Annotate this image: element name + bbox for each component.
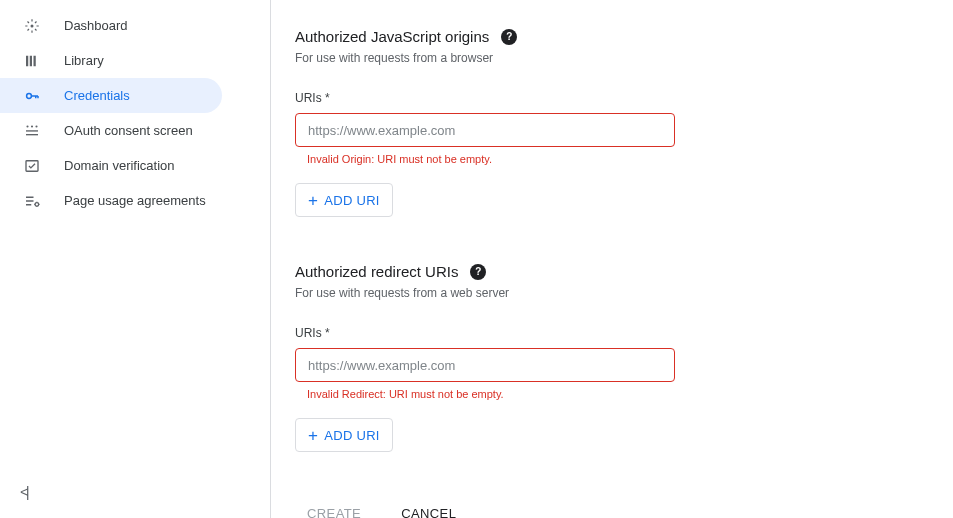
dashboard-icon: [22, 16, 42, 36]
add-uri-label: ADD URI: [324, 193, 380, 208]
section-redirect-uris: Authorized redirect URIs ? For use with …: [295, 263, 913, 452]
sidebar-item-domain-verification[interactable]: Domain verification: [0, 148, 222, 183]
section-title: Authorized redirect URIs: [295, 263, 458, 280]
collapse-sidebar-button[interactable]: <|: [20, 483, 27, 500]
svg-rect-3: [34, 55, 36, 66]
svg-point-4: [27, 93, 32, 98]
sidebar-item-label: Domain verification: [64, 158, 175, 173]
sidebar-item-label: Page usage agreements: [64, 193, 206, 208]
svg-rect-8: [26, 130, 38, 131]
plus-icon: +: [308, 192, 318, 209]
section-js-origins: Authorized JavaScript origins ? For use …: [295, 28, 913, 217]
domain-verification-icon: [22, 156, 42, 176]
key-icon: [22, 86, 42, 106]
help-icon[interactable]: ?: [470, 264, 486, 280]
sidebar-item-page-usage[interactable]: Page usage agreements: [0, 183, 222, 218]
sidebar: Dashboard Library Credentials: [0, 0, 260, 518]
create-button[interactable]: CREATE: [307, 506, 361, 518]
footer-actions: CREATE CANCEL: [295, 498, 913, 518]
js-origin-uri-input[interactable]: [295, 113, 675, 147]
add-uri-label: ADD URI: [324, 428, 380, 443]
library-icon: [22, 51, 42, 71]
section-subtitle: For use with requests from a browser: [295, 51, 913, 65]
sidebar-item-label: Library: [64, 53, 104, 68]
svg-point-5: [26, 125, 28, 127]
svg-point-11: [35, 202, 39, 206]
svg-rect-1: [26, 55, 28, 66]
sidebar-item-label: OAuth consent screen: [64, 123, 193, 138]
error-message: Invalid Origin: URI must not be empty.: [307, 153, 913, 165]
redirect-uri-input[interactable]: [295, 348, 675, 382]
svg-rect-9: [26, 134, 38, 135]
svg-rect-2: [30, 55, 32, 66]
svg-point-6: [31, 125, 33, 127]
sidebar-item-label: Credentials: [64, 88, 130, 103]
sidebar-item-dashboard[interactable]: Dashboard: [0, 8, 222, 43]
add-js-origin-uri-button[interactable]: + ADD URI: [295, 183, 393, 217]
error-message: Invalid Redirect: URI must not be empty.: [307, 388, 913, 400]
sidebar-item-oauth-consent[interactable]: OAuth consent screen: [0, 113, 222, 148]
consent-icon: [22, 121, 42, 141]
sidebar-item-library[interactable]: Library: [0, 43, 222, 78]
section-subtitle: For use with requests from a web server: [295, 286, 913, 300]
main-content: Authorized JavaScript origins ? For use …: [271, 0, 953, 518]
field-label: URIs *: [295, 91, 913, 105]
sidebar-item-credentials[interactable]: Credentials: [0, 78, 222, 113]
svg-point-7: [35, 125, 37, 127]
page-usage-icon: [22, 191, 42, 211]
plus-icon: +: [308, 427, 318, 444]
section-title: Authorized JavaScript origins: [295, 28, 489, 45]
sidebar-item-label: Dashboard: [64, 18, 128, 33]
svg-point-0: [31, 25, 33, 27]
help-icon[interactable]: ?: [501, 29, 517, 45]
cancel-button[interactable]: CANCEL: [401, 506, 456, 518]
add-redirect-uri-button[interactable]: + ADD URI: [295, 418, 393, 452]
field-label: URIs *: [295, 326, 913, 340]
